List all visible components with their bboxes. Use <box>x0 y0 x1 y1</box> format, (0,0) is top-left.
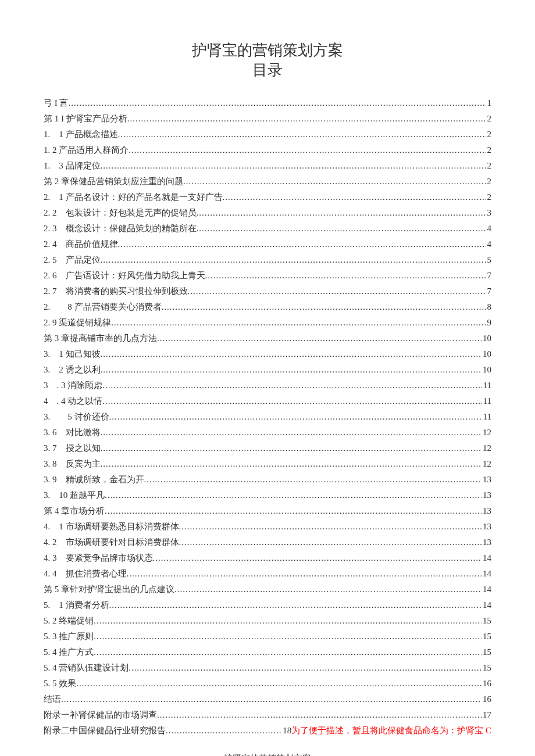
toc-leader-dots <box>101 347 482 361</box>
toc-entry-label: 4. 1 市场调研要熟悉目标消费群体 <box>44 520 179 533</box>
toc-entry-label: 2. 6 广告语设计：好风凭借力助我上青天 <box>44 269 205 282</box>
toc-row: 附录二中国保健品行业研究报告18 为了便于描述，暂且将此保健食品命名为：护肾宝 … <box>44 724 491 737</box>
toc-leader-dots <box>101 457 482 471</box>
toc-row: 4. 1 市场调研要熟悉目标消费群体13 <box>44 520 491 533</box>
toc-entry-label: 5. 2 终端促销 <box>44 614 94 628</box>
toc-leader-dots <box>183 175 486 188</box>
toc-row: 第 1 I 护肾宝产品分析2 <box>44 112 491 126</box>
toc-page-number: 15 <box>482 614 491 628</box>
toc-page-number: 2 <box>486 144 492 157</box>
toc-page-number: 5 <box>486 253 492 267</box>
footer-title: 护肾宝的营销策划方案 <box>44 753 491 756</box>
toc-entry-label: 2. 3 概念设计：保健品策划的精髓所在 <box>44 222 197 235</box>
toc-leader-dots <box>179 536 482 549</box>
toc-entry-label: 4. 3 要紧竞争品牌市场状态 <box>44 551 153 565</box>
toc-page-number: 13 <box>482 504 491 518</box>
toc-leader-dots <box>69 96 486 110</box>
toc-row: 2. 6 广告语设计：好风凭借力助我上青天7 <box>44 269 491 282</box>
toc-row: 第 2 章保健品营销策划应注重的问题2 <box>44 175 491 188</box>
toc-page-number: 10 <box>482 332 491 345</box>
toc-entry-label: 3 . 3 消除顾虑 <box>44 379 102 392</box>
toc-row: 2. 3 概念设计：保健品策划的精髓所在4 <box>44 222 491 235</box>
toc-entry-label: 2. 4 商品价值规律 <box>44 238 118 251</box>
toc-entry-label: 4 . 4 动之以情 <box>44 395 102 408</box>
toc-row: 第 5 章针对护肾宝提出的几点建议14 <box>44 583 491 596</box>
toc-leader-dots <box>174 583 482 596</box>
toc-leader-dots <box>101 442 482 455</box>
toc-leader-dots <box>101 253 486 267</box>
toc-entry-label: 1. 3 品牌定位 <box>44 159 101 173</box>
toc-row: 5. 1 消费者分析14 <box>44 599 491 612</box>
toc-page-number: 15 <box>482 630 491 643</box>
toc-leader-dots <box>153 551 482 565</box>
toc-leader-dots <box>118 128 486 141</box>
toc-page-number: 17 <box>482 708 491 722</box>
toc-entry-label: 3. 6 对比激将 <box>44 426 101 439</box>
toc-leader-dots <box>94 614 482 628</box>
toc-leader-dots <box>105 504 482 518</box>
toc-leader-dots <box>61 693 482 706</box>
toc-page-number: 9 <box>486 316 492 329</box>
toc-page-number: 18 <box>281 724 291 737</box>
toc-row: 4. 2 市场调研要针对目标消费群体13 <box>44 536 491 549</box>
toc-leader-dots <box>101 159 486 173</box>
toc-entry-label: 5. 4 推广方式 <box>44 646 94 659</box>
toc-page-number: 4 <box>486 238 492 251</box>
toc-page-number: 2 <box>486 128 492 141</box>
toc-entry-label: 3. 5 讨价还价 <box>44 410 109 424</box>
toc-page-number: 16 <box>482 693 491 706</box>
toc-page-number: 3 <box>486 206 492 220</box>
toc-entry-label: 弓 I 言 <box>44 96 69 110</box>
toc-entry-label: 5. 3 推广原则 <box>44 630 94 643</box>
toc-leader-dots <box>101 426 482 439</box>
toc-row: 4 . 4 动之以情11 <box>44 395 491 408</box>
toc-page-number: 12 <box>482 442 491 455</box>
toc-leader-dots <box>102 395 482 408</box>
toc-leader-dots <box>94 646 482 659</box>
toc-entry-label: 5. 5 效果 <box>44 677 76 690</box>
toc-row: 2. 8 产品营销要关心消费者8 <box>44 300 491 314</box>
toc-leader-dots <box>197 206 486 220</box>
toc-leader-dots <box>118 238 486 251</box>
toc-page-number: 13 <box>482 489 491 502</box>
toc-row: 第 4 章市场分析13 <box>44 504 491 518</box>
toc-row: 4. 3 要紧竞争品牌市场状态14 <box>44 551 491 565</box>
toc-page-number: 1 <box>486 96 492 110</box>
toc-leader-dots <box>105 489 482 502</box>
toc-row: 弓 I 言1 <box>44 96 491 110</box>
toc-row: 5. 4 营销队伍建设计划15 <box>44 661 491 675</box>
toc-row: 第 3 章提高铺市率的几点方法10 <box>44 332 491 345</box>
toc-page-number: 14 <box>482 599 491 612</box>
toc-leader-dots <box>109 599 482 612</box>
toc-page-number: 11 <box>482 410 491 424</box>
toc-row: 3. 6 对比激将12 <box>44 426 491 439</box>
toc-page-number: 13 <box>482 536 491 549</box>
toc-page-number: 11 <box>482 395 491 408</box>
doc-subtitle: 目录 <box>44 60 491 80</box>
toc-leader-dots <box>129 661 482 675</box>
toc-entry-label: 2. 5 产品定位 <box>44 253 101 267</box>
toc-page-number: 7 <box>486 269 492 282</box>
toc-entry-label: 3. 7 授之以知 <box>44 442 101 455</box>
toc-page-number: 2 <box>486 112 492 126</box>
toc-entry-label: 第 3 章提高铺市率的几点方法 <box>44 332 157 345</box>
toc-leader-dots <box>144 473 482 486</box>
toc-page-number: 10 <box>482 363 491 377</box>
toc-row: 5. 2 终端促销15 <box>44 614 491 628</box>
toc-entry-label: 1. 1 产品概念描述 <box>44 128 118 141</box>
toc-row: 3. 7 授之以知12 <box>44 442 491 455</box>
toc-entry-label: 1. 2 产品适用人群简介 <box>44 144 129 157</box>
toc-page-number: 14 <box>482 551 491 565</box>
toc-leader-dots <box>166 724 281 737</box>
toc-row: 附录一补肾保健品的市场调查17 <box>44 708 491 722</box>
toc-row: 3. 5 讨价还价11 <box>44 410 491 424</box>
toc-leader-dots <box>162 300 486 314</box>
toc-page-number: 16 <box>482 677 491 690</box>
toc-entry-label: 2. 2 包装设计：好包装是无声的促销员 <box>44 206 197 220</box>
toc-page-number: 2 <box>486 191 492 204</box>
toc-row: 5. 4 推广方式15 <box>44 646 491 659</box>
toc-leader-dots <box>127 112 486 126</box>
toc-leader-dots <box>157 332 482 345</box>
toc-entry-label: 第 1 I 护肾宝产品分析 <box>44 112 127 126</box>
toc-leader-dots <box>101 363 482 377</box>
